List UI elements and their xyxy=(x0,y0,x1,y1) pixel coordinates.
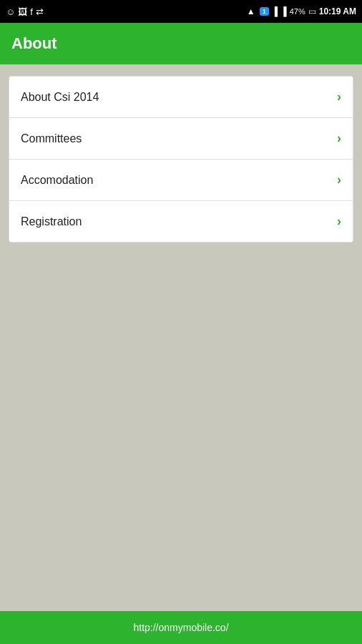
chevron-right-icon-registration: › xyxy=(337,214,341,229)
menu-item-accomodation[interactable]: Accomodation › xyxy=(9,160,353,201)
menu-item-committees[interactable]: Committees › xyxy=(9,118,353,160)
footer: http://onmymobile.co/ xyxy=(0,611,362,644)
status-right-icons: ▲ 1 ▐ ▐ 47% ▭ 10:19 AM xyxy=(247,6,356,16)
chevron-right-icon-accomodation: › xyxy=(337,172,341,187)
battery-icon: ▭ xyxy=(308,6,316,16)
menu-list: About Csi 2014 › Committees › Accomodati… xyxy=(9,76,353,243)
chevron-right-icon-committees: › xyxy=(337,131,341,146)
status-time: 10:19 AM xyxy=(319,6,356,16)
wifi-icon: ▲ xyxy=(247,6,255,16)
chevron-right-icon-about-csi: › xyxy=(337,89,341,104)
menu-item-registration-label: Registration xyxy=(21,215,82,228)
app-icon-1: ☺ xyxy=(6,6,15,17)
app-icon-2: 🖼 xyxy=(18,6,27,17)
signal-icon-2: ▐ xyxy=(280,6,287,16)
menu-item-accomodation-label: Accomodation xyxy=(21,174,93,187)
footer-url: http://onmymobile.co/ xyxy=(133,622,228,633)
menu-item-registration[interactable]: Registration › xyxy=(9,201,353,242)
main-content: About Csi 2014 › Committees › Accomodati… xyxy=(0,64,362,611)
status-bar: ☺ 🖼 f ⇄ ▲ 1 ▐ ▐ 47% ▭ 10:19 AM xyxy=(0,0,362,23)
signal-icon-1: ▐ xyxy=(272,6,278,16)
app-icon-4: ⇄ xyxy=(36,6,44,17)
menu-item-about-csi-label: About Csi 2014 xyxy=(21,91,99,104)
battery-percent: 47% xyxy=(290,7,305,16)
page-title: About xyxy=(11,34,57,53)
menu-item-about-csi[interactable]: About Csi 2014 › xyxy=(9,77,353,118)
notification-badge: 1 xyxy=(260,7,269,16)
menu-item-committees-label: Committees xyxy=(21,132,82,145)
header: About xyxy=(0,23,362,64)
status-left-icons: ☺ 🖼 f ⇄ xyxy=(6,6,44,17)
app-icon-3: f xyxy=(30,6,33,17)
